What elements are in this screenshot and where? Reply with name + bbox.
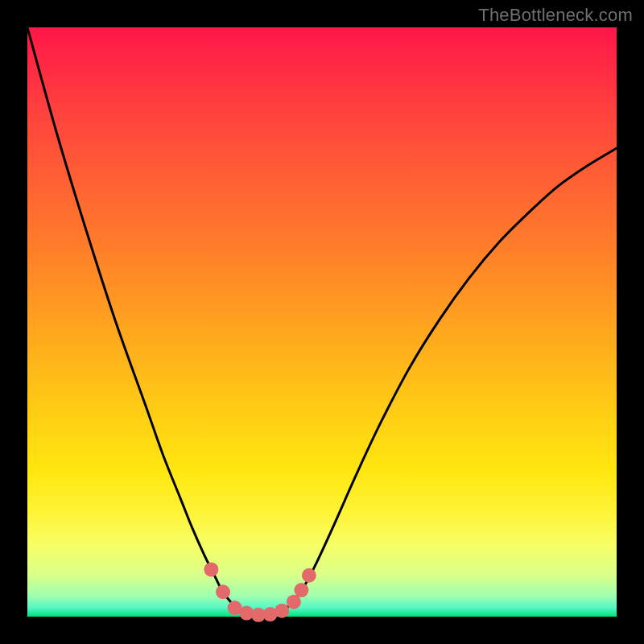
chart-svg <box>27 27 617 617</box>
curve-marker <box>275 604 289 618</box>
chart-frame: TheBottleneck.com <box>0 0 644 644</box>
curve-marker <box>216 584 230 599</box>
curve-marker <box>294 583 308 597</box>
bottleneck-curve <box>27 27 617 615</box>
curve-marker <box>302 568 316 583</box>
curve-marker <box>204 562 218 576</box>
chart-plot-area <box>27 27 617 617</box>
watermark-label: TheBottleneck.com <box>478 5 633 26</box>
